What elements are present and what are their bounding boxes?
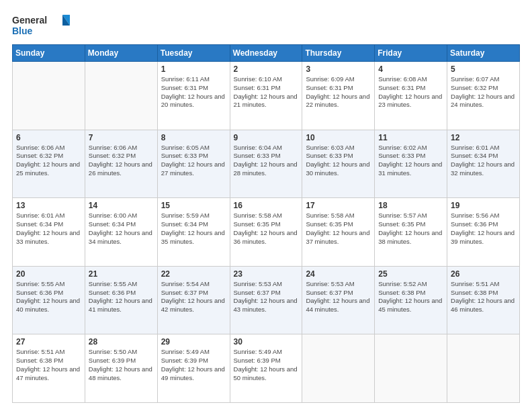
- day-number: 5: [451, 64, 516, 74]
- calendar-week-row: 6Sunrise: 6:06 AMSunset: 6:32 PMDaylight…: [13, 130, 520, 198]
- calendar-cell: [375, 334, 447, 403]
- calendar-cell: 15Sunrise: 5:59 AMSunset: 6:34 PMDayligh…: [157, 198, 230, 267]
- calendar-cell: 9Sunrise: 6:04 AMSunset: 6:33 PMDaylight…: [230, 130, 302, 198]
- calendar-cell: 25Sunrise: 5:52 AMSunset: 6:38 PMDayligh…: [375, 266, 447, 334]
- calendar-cell: [85, 62, 157, 130]
- day-number: 29: [161, 337, 226, 347]
- day-number: 7: [89, 133, 154, 142]
- day-number: 3: [306, 64, 371, 74]
- calendar-cell: [447, 334, 520, 403]
- day-info: Sunrise: 5:56 AMSunset: 6:36 PMDaylight:…: [451, 212, 516, 246]
- day-number: 10: [306, 133, 371, 142]
- calendar-cell: 28Sunrise: 5:50 AMSunset: 6:39 PMDayligh…: [85, 334, 157, 403]
- day-number: 1: [161, 64, 226, 74]
- weekday-header-monday: Monday: [85, 45, 157, 62]
- day-info: Sunrise: 6:04 AMSunset: 6:33 PMDaylight:…: [234, 144, 299, 178]
- day-number: 25: [378, 269, 443, 279]
- day-number: 8: [161, 133, 226, 142]
- calendar-cell: 30Sunrise: 5:49 AMSunset: 6:39 PMDayligh…: [230, 334, 302, 403]
- day-info: Sunrise: 6:05 AMSunset: 6:33 PMDaylight:…: [161, 144, 226, 178]
- day-info: Sunrise: 6:02 AMSunset: 6:33 PMDaylight:…: [378, 144, 443, 178]
- day-number: 9: [234, 133, 299, 142]
- day-info: Sunrise: 5:58 AMSunset: 6:35 PMDaylight:…: [306, 212, 371, 246]
- day-info: Sunrise: 5:51 AMSunset: 6:38 PMDaylight:…: [451, 280, 516, 314]
- calendar-cell: 10Sunrise: 6:03 AMSunset: 6:33 PMDayligh…: [302, 130, 375, 198]
- day-number: 15: [161, 201, 226, 210]
- svg-text:Blue: Blue: [12, 26, 33, 36]
- day-info: Sunrise: 5:59 AMSunset: 6:34 PMDaylight:…: [161, 212, 226, 246]
- logo: General Blue: [12, 12, 73, 38]
- calendar-cell: 13Sunrise: 6:01 AMSunset: 6:34 PMDayligh…: [13, 198, 85, 267]
- calendar-cell: 7Sunrise: 6:06 AMSunset: 6:32 PMDaylight…: [85, 130, 157, 198]
- calendar-cell: 14Sunrise: 6:00 AMSunset: 6:34 PMDayligh…: [85, 198, 157, 267]
- day-info: Sunrise: 5:53 AMSunset: 6:37 PMDaylight:…: [306, 280, 371, 314]
- day-number: 11: [378, 133, 443, 142]
- day-number: 26: [451, 269, 516, 279]
- day-info: Sunrise: 5:58 AMSunset: 6:35 PMDaylight:…: [234, 212, 299, 246]
- day-info: Sunrise: 5:55 AMSunset: 6:36 PMDaylight:…: [16, 280, 81, 314]
- calendar-cell: 16Sunrise: 5:58 AMSunset: 6:35 PMDayligh…: [230, 198, 302, 267]
- calendar-cell: 24Sunrise: 5:53 AMSunset: 6:37 PMDayligh…: [302, 266, 375, 334]
- calendar-week-row: 27Sunrise: 5:51 AMSunset: 6:38 PMDayligh…: [13, 334, 520, 403]
- day-info: Sunrise: 6:03 AMSunset: 6:33 PMDaylight:…: [306, 144, 371, 178]
- calendar-cell: [302, 334, 375, 403]
- calendar-cell: 23Sunrise: 5:53 AMSunset: 6:37 PMDayligh…: [230, 266, 302, 334]
- day-number: 2: [234, 64, 299, 74]
- day-number: 4: [378, 64, 443, 74]
- day-number: 6: [16, 133, 81, 142]
- day-number: 20: [16, 269, 81, 279]
- day-info: Sunrise: 6:08 AMSunset: 6:31 PMDaylight:…: [378, 75, 443, 109]
- calendar-cell: 17Sunrise: 5:58 AMSunset: 6:35 PMDayligh…: [302, 198, 375, 267]
- calendar-cell: 6Sunrise: 6:06 AMSunset: 6:32 PMDaylight…: [13, 130, 85, 198]
- day-number: 21: [89, 269, 154, 279]
- weekday-header-saturday: Saturday: [447, 45, 520, 62]
- page: General Blue SundayMondayTuesdayWednesda…: [0, 0, 532, 411]
- day-number: 28: [89, 337, 154, 347]
- calendar-cell: 18Sunrise: 5:57 AMSunset: 6:35 PMDayligh…: [375, 198, 447, 267]
- day-number: 24: [306, 269, 371, 279]
- day-info: Sunrise: 5:52 AMSunset: 6:38 PMDaylight:…: [378, 280, 443, 314]
- svg-text:General: General: [12, 15, 47, 26]
- calendar-cell: 29Sunrise: 5:49 AMSunset: 6:39 PMDayligh…: [157, 334, 230, 403]
- calendar-table: SundayMondayTuesdayWednesdayThursdayFrid…: [12, 44, 520, 403]
- calendar-cell: 26Sunrise: 5:51 AMSunset: 6:38 PMDayligh…: [447, 266, 520, 334]
- calendar-week-row: 20Sunrise: 5:55 AMSunset: 6:36 PMDayligh…: [13, 266, 520, 334]
- calendar-cell: 3Sunrise: 6:09 AMSunset: 6:31 PMDaylight…: [302, 62, 375, 130]
- calendar-cell: 20Sunrise: 5:55 AMSunset: 6:36 PMDayligh…: [13, 266, 85, 334]
- weekday-header-tuesday: Tuesday: [157, 45, 230, 62]
- weekday-header-friday: Friday: [375, 45, 447, 62]
- day-info: Sunrise: 6:01 AMSunset: 6:34 PMDaylight:…: [16, 212, 81, 246]
- day-number: 13: [16, 201, 81, 210]
- day-info: Sunrise: 6:01 AMSunset: 6:34 PMDaylight:…: [451, 144, 516, 178]
- day-info: Sunrise: 6:00 AMSunset: 6:34 PMDaylight:…: [89, 212, 154, 246]
- weekday-header-row: SundayMondayTuesdayWednesdayThursdayFrid…: [13, 45, 520, 62]
- day-number: 17: [306, 201, 371, 210]
- calendar-cell: 19Sunrise: 5:56 AMSunset: 6:36 PMDayligh…: [447, 198, 520, 267]
- weekday-header-sunday: Sunday: [13, 45, 85, 62]
- header: General Blue: [12, 12, 520, 38]
- day-number: 27: [16, 337, 81, 347]
- day-info: Sunrise: 5:49 AMSunset: 6:39 PMDaylight:…: [234, 348, 299, 382]
- day-info: Sunrise: 6:06 AMSunset: 6:32 PMDaylight:…: [16, 144, 81, 178]
- day-number: 18: [378, 201, 443, 210]
- day-info: Sunrise: 5:54 AMSunset: 6:37 PMDaylight:…: [161, 280, 226, 314]
- day-number: 16: [234, 201, 299, 210]
- calendar-cell: 8Sunrise: 6:05 AMSunset: 6:33 PMDaylight…: [157, 130, 230, 198]
- day-info: Sunrise: 5:51 AMSunset: 6:38 PMDaylight:…: [16, 348, 81, 382]
- calendar-cell: 1Sunrise: 6:11 AMSunset: 6:31 PMDaylight…: [157, 62, 230, 130]
- day-info: Sunrise: 5:53 AMSunset: 6:37 PMDaylight:…: [234, 280, 299, 314]
- day-info: Sunrise: 6:10 AMSunset: 6:31 PMDaylight:…: [234, 75, 299, 109]
- calendar-week-row: 13Sunrise: 6:01 AMSunset: 6:34 PMDayligh…: [13, 198, 520, 267]
- day-info: Sunrise: 5:50 AMSunset: 6:39 PMDaylight:…: [89, 348, 154, 382]
- day-number: 30: [234, 337, 299, 347]
- day-info: Sunrise: 5:55 AMSunset: 6:36 PMDaylight:…: [89, 280, 154, 314]
- weekday-header-thursday: Thursday: [302, 45, 375, 62]
- day-number: 14: [89, 201, 154, 210]
- calendar-cell: [13, 62, 85, 130]
- logo-svg: General Blue: [12, 12, 73, 38]
- day-info: Sunrise: 6:09 AMSunset: 6:31 PMDaylight:…: [306, 75, 371, 109]
- calendar-cell: 2Sunrise: 6:10 AMSunset: 6:31 PMDaylight…: [230, 62, 302, 130]
- calendar-cell: 22Sunrise: 5:54 AMSunset: 6:37 PMDayligh…: [157, 266, 230, 334]
- calendar-cell: 4Sunrise: 6:08 AMSunset: 6:31 PMDaylight…: [375, 62, 447, 130]
- calendar-cell: 12Sunrise: 6:01 AMSunset: 6:34 PMDayligh…: [447, 130, 520, 198]
